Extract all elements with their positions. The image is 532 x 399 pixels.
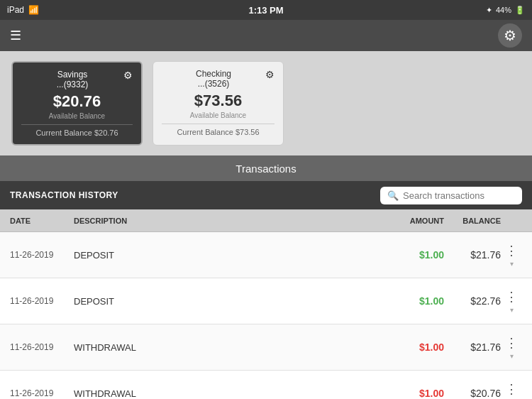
tx-balance: $21.76 [444,341,501,353]
checking-gear-icon[interactable]: ⚙ [265,69,275,80]
battery-icon: 🔋 [515,6,525,15]
col-header-description: DESCRIPTION [74,217,387,225]
checking-account-card[interactable]: Checking...(3526) ⚙ $73.56 Available Bal… [153,61,284,146]
bluetooth-icon: ✦ [486,6,492,15]
tx-amount: $1.00 [387,341,444,353]
search-icon: 🔍 [387,190,399,201]
tx-actions: ⋮ ▾ [501,381,522,400]
table-row: 11-26-2019 DEPOSIT $1.00 $22.76 ⋮ ▾ [0,278,532,324]
checking-account-name: Checking...(3526) [162,69,265,89]
search-input[interactable] [403,190,515,201]
checking-current-balance: Current Balance $73.56 [162,124,275,136]
status-bar: iPad 📶 1:13 PM ✦ 44% 🔋 [0,0,532,20]
chevron-down-icon[interactable]: ▾ [510,306,514,314]
tx-description: WITHDRAWAL [74,342,387,353]
search-box[interactable]: 🔍 [380,187,522,204]
transaction-list: 11-26-2019 DEPOSIT $1.00 $21.76 ⋮ ▾ 11-2… [0,232,532,399]
wifi-icon: 📶 [28,5,39,15]
tx-description: WITHDRAWAL [74,388,387,399]
col-header-amount: AMOUNT [387,217,444,225]
status-right: ✦ 44% 🔋 [486,6,525,15]
table-row: 11-26-2019 WITHDRAWAL $1.00 $20.76 ⋮ ▾ [0,371,532,399]
chevron-down-icon[interactable]: ▾ [510,352,514,360]
more-options-icon[interactable]: ⋮ [505,243,518,258]
more-options-icon[interactable]: ⋮ [505,335,518,351]
tx-amount: $1.00 [387,388,444,399]
tx-amount: $1.00 [387,295,444,307]
tx-date: 11-26-2019 [10,296,74,306]
tx-actions: ⋮ ▾ [501,335,522,360]
hamburger-menu-button[interactable]: ☰ [10,28,21,43]
savings-available-label: Available Balance [21,112,133,120]
tx-date: 11-26-2019 [10,250,74,260]
savings-account-card[interactable]: Savings...(9332) ⚙ $20.76 Available Bala… [11,61,143,146]
nav-bar: ☰ ⚙ [0,20,532,51]
tx-actions: ⋮ ▾ [501,289,522,314]
savings-account-number: ...(9332) [57,80,89,89]
status-left: iPad 📶 [7,5,39,15]
transaction-history-bar: TRANSACTION HISTORY 🔍 [0,181,532,209]
savings-gear-icon[interactable]: ⚙ [123,70,133,81]
tx-amount: $1.00 [387,249,444,261]
transactions-title: Transactions [235,163,296,175]
transaction-history-label: TRANSACTION HISTORY [10,190,118,200]
transactions-section: Transactions TRANSACTION HISTORY 🔍 DATE … [0,155,532,399]
tx-date: 11-26-2019 [10,342,74,352]
col-header-balance: BALANCE [444,217,501,225]
chevron-down-icon[interactable]: ▾ [510,260,514,268]
settings-button[interactable]: ⚙ [498,23,522,48]
tx-balance: $22.76 [444,295,501,307]
savings-balance: $20.76 [21,92,133,111]
more-options-icon[interactable]: ⋮ [505,381,518,397]
transactions-title-bar: Transactions [0,155,532,181]
checking-balance: $73.56 [162,92,275,110]
checking-account-number: ...(3526) [198,79,230,89]
carrier-label: iPad [7,5,24,15]
checking-available-label: Available Balance [162,111,275,119]
tx-date: 11-26-2019 [10,388,74,398]
more-options-icon[interactable]: ⋮ [505,289,518,305]
tx-actions: ⋮ ▾ [501,243,522,268]
table-row: 11-26-2019 WITHDRAWAL $1.00 $21.76 ⋮ ▾ [0,324,532,371]
savings-current-balance: Current Balance $20.76 [21,124,133,137]
column-headers: DATE DESCRIPTION AMOUNT BALANCE [0,209,532,232]
savings-card-header: Savings...(9332) ⚙ [21,70,133,89]
col-header-date: DATE [10,217,74,225]
tx-description: DEPOSIT [74,250,387,261]
table-row: 11-26-2019 DEPOSIT $1.00 $21.76 ⋮ ▾ [0,232,532,278]
accounts-area: Savings...(9332) ⚙ $20.76 Available Bala… [0,51,532,155]
tx-balance: $21.76 [444,249,501,261]
tx-description: DEPOSIT [74,296,387,307]
status-time: 1:13 PM [248,5,283,16]
battery-label: 44% [496,6,511,14]
tx-balance: $20.76 [444,388,501,399]
checking-card-header: Checking...(3526) ⚙ [162,69,275,89]
savings-account-name: Savings...(9332) [21,70,123,89]
